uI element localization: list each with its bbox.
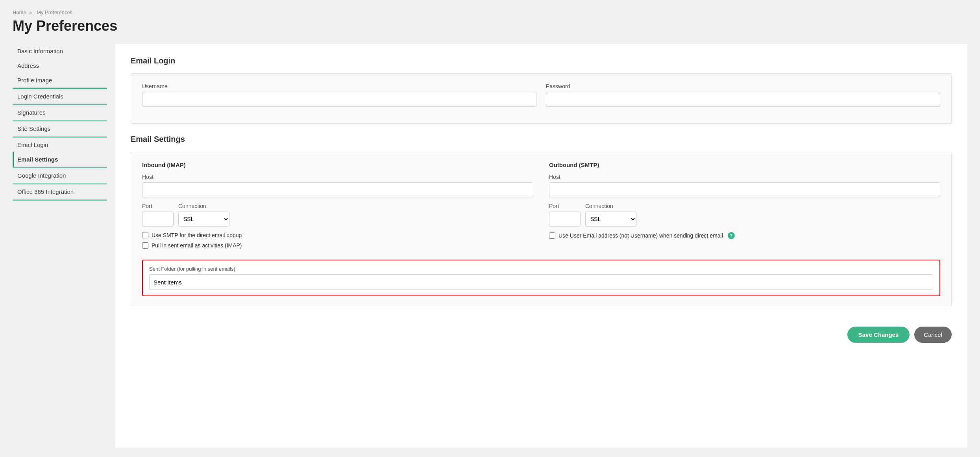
sidebar-group-email: Email Login Email Settings <box>13 137 107 167</box>
sidebar-group-signatures: Signatures <box>13 105 107 121</box>
sidebar: Basic Information Address Profile Image … <box>13 44 115 448</box>
breadcrumb-separator: » <box>29 9 32 15</box>
outbound-port-conn-row: Port Connection SSL TLS None <box>549 203 940 227</box>
inbound-port-label: Port <box>142 203 174 209</box>
username-input[interactable] <box>142 92 536 107</box>
breadcrumb: Home » My Preferences <box>13 9 967 15</box>
pull-sent-checkbox[interactable] <box>142 242 148 249</box>
action-bar: Save Changes Cancel <box>131 317 952 343</box>
use-user-email-help-icon[interactable]: ? <box>728 232 735 239</box>
inbound-host-label: Host <box>142 174 533 180</box>
sidebar-item-signatures[interactable]: Signatures <box>13 105 107 120</box>
sent-folder-input[interactable] <box>149 274 933 290</box>
sidebar-group-office: Office 365 Integration <box>13 184 107 200</box>
sent-folder-section: Sent Folder (for pulling in sent emails) <box>142 260 940 296</box>
sidebar-group-integrations: Google Integration <box>13 168 107 184</box>
outbound-port-group: Port <box>549 203 581 227</box>
sidebar-divider-7 <box>13 200 107 201</box>
email-login-form-row: Username Password <box>142 83 940 107</box>
sidebar-item-email-login[interactable]: Email Login <box>13 137 107 152</box>
outbound-port-label: Port <box>549 203 581 209</box>
sidebar-item-email-settings[interactable]: Email Settings <box>13 152 107 167</box>
password-label: Password <box>546 83 940 89</box>
breadcrumb-current: My Preferences <box>37 9 72 15</box>
inbound-title: Inbound (IMAP) <box>142 162 533 168</box>
main-layout: Basic Information Address Profile Image … <box>13 44 967 448</box>
email-login-section-title: Email Login <box>131 56 952 65</box>
sent-folder-label: Sent Folder (for pulling in sent emails) <box>149 266 933 272</box>
smtp-direct-email-checkbox[interactable] <box>142 232 148 238</box>
smtp-direct-email-row: Use SMTP for the direct email popup <box>142 232 533 238</box>
outbound-host-label: Host <box>549 174 940 180</box>
sidebar-item-google-integration[interactable]: Google Integration <box>13 168 107 183</box>
username-group: Username <box>142 83 536 107</box>
sidebar-item-profile-image[interactable]: Profile Image <box>13 73 107 87</box>
sidebar-group-site: Site Settings <box>13 121 107 137</box>
outbound-connection-label: Connection <box>585 203 636 209</box>
sidebar-item-office-365-integration[interactable]: Office 365 Integration <box>13 184 107 199</box>
outbound-col: Outbound (SMTP) Host Port Connection <box>549 162 940 253</box>
inbound-connection-group: Connection SSL TLS None <box>178 203 229 227</box>
content-area: Email Login Username Password Email Sett… <box>115 44 967 448</box>
breadcrumb-home[interactable]: Home <box>13 9 26 15</box>
password-input[interactable] <box>546 92 940 107</box>
sidebar-item-basic-information[interactable]: Basic Information <box>13 44 107 58</box>
email-settings-two-col: Inbound (IMAP) Host Port Connection <box>142 162 940 253</box>
use-user-email-label: Use User Email address (not Username) wh… <box>558 232 723 239</box>
outbound-host-group: Host <box>549 174 940 197</box>
page-wrapper: Home » My Preferences My Preferences Bas… <box>0 0 980 457</box>
sidebar-item-address[interactable]: Address <box>13 58 107 73</box>
sidebar-group-login: Login Credentials <box>13 89 107 104</box>
inbound-host-group: Host <box>142 174 533 197</box>
password-group: Password <box>546 83 940 107</box>
username-label: Username <box>142 83 536 89</box>
outbound-port-input[interactable] <box>549 212 581 227</box>
inbound-port-conn-row: Port Connection SSL TLS None <box>142 203 533 227</box>
inbound-col: Inbound (IMAP) Host Port Connection <box>142 162 533 253</box>
outbound-connection-group: Connection SSL TLS None <box>585 203 636 227</box>
email-settings-section-title: Email Settings <box>131 135 952 144</box>
inbound-port-input[interactable] <box>142 212 174 227</box>
email-settings-block: Inbound (IMAP) Host Port Connection <box>131 152 952 306</box>
pull-sent-row: Pull in sent email as activities (IMAP) <box>142 242 533 249</box>
email-login-block: Username Password <box>131 73 952 124</box>
inbound-host-input[interactable] <box>142 182 533 197</box>
outbound-connection-select[interactable]: SSL TLS None <box>585 212 636 227</box>
outbound-host-input[interactable] <box>549 182 940 197</box>
use-user-email-row: Use User Email address (not Username) wh… <box>549 232 940 239</box>
sidebar-item-login-credentials[interactable]: Login Credentials <box>13 89 107 104</box>
cancel-button[interactable]: Cancel <box>914 327 952 343</box>
sidebar-item-site-settings[interactable]: Site Settings <box>13 121 107 136</box>
sidebar-group-basic: Basic Information Address Profile Image <box>13 44 107 88</box>
use-user-email-checkbox[interactable] <box>549 232 555 239</box>
inbound-port-group: Port <box>142 203 174 227</box>
smtp-direct-email-label: Use SMTP for the direct email popup <box>152 232 242 238</box>
save-changes-button[interactable]: Save Changes <box>847 327 910 343</box>
pull-sent-label: Pull in sent email as activities (IMAP) <box>152 242 242 249</box>
inbound-connection-label: Connection <box>178 203 229 209</box>
page-title: My Preferences <box>13 18 967 34</box>
outbound-title: Outbound (SMTP) <box>549 162 940 168</box>
inbound-connection-select[interactable]: SSL TLS None <box>178 212 229 227</box>
